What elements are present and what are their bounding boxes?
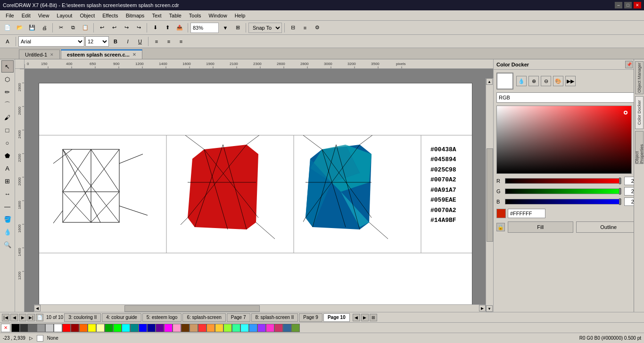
connector-tool[interactable]: —	[1, 200, 14, 212]
more-options-btn[interactable]: ▶▶	[565, 76, 576, 86]
tab-close-untitled[interactable]: ✕	[50, 52, 54, 57]
scroll-thumb-v[interactable]	[487, 148, 493, 242]
page-prev-btn[interactable]: ◀	[10, 314, 18, 321]
print-button[interactable]: 🖨	[39, 22, 50, 33]
palette-lightyellow[interactable]	[96, 324, 105, 332]
zoom-input[interactable]	[190, 23, 219, 33]
copy-button[interactable]: ⧉	[67, 22, 79, 33]
page-tab-9[interactable]: Page 9	[299, 313, 322, 322]
page-tab-8[interactable]: 8: splash-screen II	[251, 313, 298, 322]
tab-close-esteem[interactable]: ✕	[132, 52, 136, 57]
selection-tool[interactable]: ↖	[1, 60, 14, 73]
menu-effects[interactable]: Effects	[99, 12, 122, 19]
page-scroll-right[interactable]: ▶	[361, 314, 369, 321]
page-tab-7[interactable]: Page 7	[227, 313, 250, 322]
align-right[interactable]: ≡	[175, 36, 187, 47]
fill-tool[interactable]: 🪣	[1, 213, 14, 225]
palette-darkred[interactable]	[71, 324, 79, 332]
font-family-select[interactable]: Arial	[18, 36, 84, 47]
zoom-tool[interactable]: 🔍	[1, 238, 14, 251]
save-button[interactable]: 💾	[26, 22, 38, 33]
palette-none[interactable]: ✕	[1, 324, 10, 332]
options-btn[interactable]: ⚙	[312, 22, 323, 33]
color-gradient-picker[interactable]	[496, 106, 632, 174]
align-center[interactable]: ≡	[163, 36, 174, 47]
layout-btn[interactable]: ≡	[299, 22, 311, 33]
dimension-tool[interactable]: ↔	[1, 188, 14, 200]
tab-untitled[interactable]: Untitled-1 ✕	[19, 49, 60, 59]
italic-button[interactable]: I	[122, 36, 133, 47]
palette-c1[interactable]	[198, 324, 206, 332]
page-last-btn[interactable]: ▶|	[27, 314, 35, 321]
scrollbar-horizontal[interactable]: ◀ ▶	[34, 304, 486, 312]
palette-c4[interactable]	[223, 324, 232, 332]
redo-button[interactable]: ↪	[121, 22, 132, 33]
menu-text[interactable]: Text	[148, 12, 165, 19]
eyedropper-tool[interactable]: 💧	[1, 226, 14, 238]
close-button[interactable]: ✕	[634, 2, 641, 8]
palette-c10[interactable]	[274, 324, 283, 332]
table-tool[interactable]: ⊞	[1, 175, 14, 187]
palette-c9[interactable]	[266, 324, 274, 332]
page-zoom-fit[interactable]: ⊞	[370, 314, 377, 321]
palette-silver[interactable]	[45, 324, 54, 332]
shape-tool[interactable]: ⬡	[1, 73, 14, 85]
open-button[interactable]: 📂	[14, 22, 25, 33]
view-btn[interactable]: ⊟	[287, 22, 298, 33]
page-tab-6[interactable]: 6: splash-screen	[182, 313, 225, 322]
menu-window[interactable]: Window	[205, 12, 231, 19]
ellipse-tool[interactable]: ○	[1, 137, 14, 149]
menu-file[interactable]: File	[2, 12, 18, 19]
page-scroll-left[interactable]: ◀	[353, 314, 360, 321]
menu-help[interactable]: Help	[231, 12, 249, 19]
palette-c2[interactable]	[206, 324, 215, 332]
rectangle-tool[interactable]: □	[1, 124, 14, 136]
page-first-btn[interactable]: |◀	[2, 314, 9, 321]
publish-button[interactable]: 📤	[174, 22, 185, 33]
palette-c6[interactable]	[240, 324, 249, 332]
outline-button[interactable]: Outline	[576, 221, 642, 233]
menu-object[interactable]: Object	[76, 12, 99, 19]
polygon-tool[interactable]: ⬟	[1, 149, 14, 162]
palette-c11[interactable]	[283, 324, 291, 332]
hex-input[interactable]	[508, 209, 545, 218]
bold-button[interactable]: B	[110, 36, 121, 47]
scroll-thumb-h[interactable]	[124, 305, 260, 312]
new-button[interactable]: 📄	[2, 22, 13, 33]
palette-brown[interactable]	[181, 324, 190, 332]
page-tab-5[interactable]: 5: esteem logo	[142, 313, 182, 322]
palette-pink[interactable]	[173, 324, 181, 332]
menu-bitmaps[interactable]: Bitmaps	[122, 12, 149, 19]
palette-teal[interactable]	[130, 324, 139, 332]
r-slider[interactable]	[505, 178, 621, 184]
palette-black[interactable]	[11, 324, 20, 332]
fill-button[interactable]: Fill	[508, 221, 573, 233]
undo2-button[interactable]: ↩	[108, 22, 120, 33]
palette-btn[interactable]: 🎨	[553, 76, 563, 86]
palette-red[interactable]	[62, 324, 71, 332]
underline-button[interactable]: U	[134, 36, 146, 47]
redo2-button[interactable]: ↪	[133, 22, 144, 33]
remove-color-btn[interactable]: ⊖	[541, 76, 551, 86]
color-swatch-main[interactable]	[496, 73, 513, 90]
menu-layout[interactable]: Layout	[53, 12, 76, 19]
minimize-button[interactable]: –	[615, 2, 622, 8]
align-left[interactable]: ≡	[151, 36, 162, 47]
bezier-tool[interactable]: ⌒	[1, 98, 14, 111]
zoom-dropdown[interactable]: ▼	[220, 22, 231, 33]
object-manager-tab[interactable]: Object Manager	[635, 61, 644, 94]
menu-tools[interactable]: Tools	[185, 12, 205, 19]
snap-dropdown[interactable]: Snap To	[248, 23, 282, 33]
docker-pin-button[interactable]: 📌	[625, 61, 633, 68]
palette-tan[interactable]	[190, 324, 198, 332]
palette-c8[interactable]	[257, 324, 266, 332]
scroll-down-btn[interactable]: ▼	[486, 305, 493, 312]
maximize-button[interactable]: □	[624, 2, 632, 8]
palette-navy[interactable]	[147, 324, 156, 332]
palette-cyan[interactable]	[122, 324, 130, 332]
page-add-btn[interactable]: 📄	[36, 314, 43, 321]
paste-button[interactable]: 📋	[80, 22, 91, 33]
palette-lightgray[interactable]	[37, 324, 45, 332]
g-slider[interactable]	[505, 188, 621, 194]
drawing-area[interactable]: #00438A #045894 #025C98 #0070A2 #0A91A7 …	[25, 69, 493, 312]
